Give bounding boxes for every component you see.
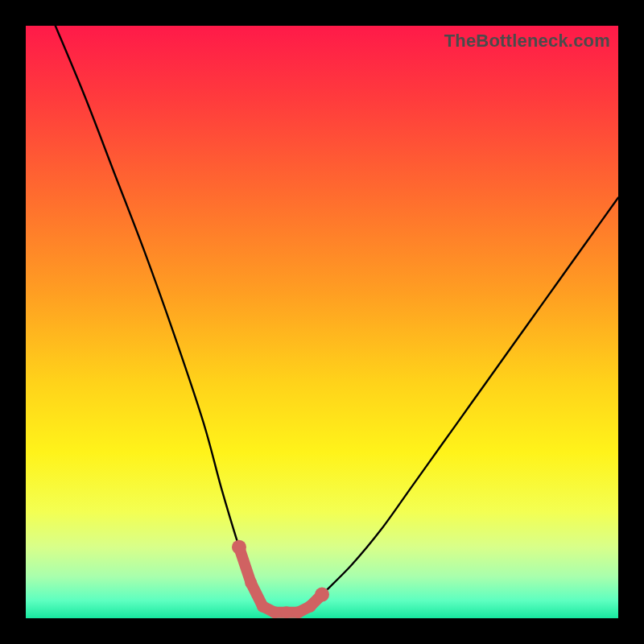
bottleneck-curve (56, 26, 618, 613)
marker-dot (280, 606, 292, 618)
marker-dot (232, 540, 246, 555)
curve-layer (26, 26, 618, 618)
marker-dot (245, 576, 257, 588)
marker-dot (315, 588, 329, 602)
chart-frame: TheBottleneck.com (0, 0, 644, 644)
marker-dot (257, 601, 269, 613)
plot-area: TheBottleneck.com (26, 26, 618, 618)
watermark-text: TheBottleneck.com (444, 31, 610, 52)
marker-group (232, 540, 329, 618)
marker-dot (269, 606, 281, 618)
marker-dot (292, 606, 304, 618)
marker-dot (304, 601, 316, 613)
